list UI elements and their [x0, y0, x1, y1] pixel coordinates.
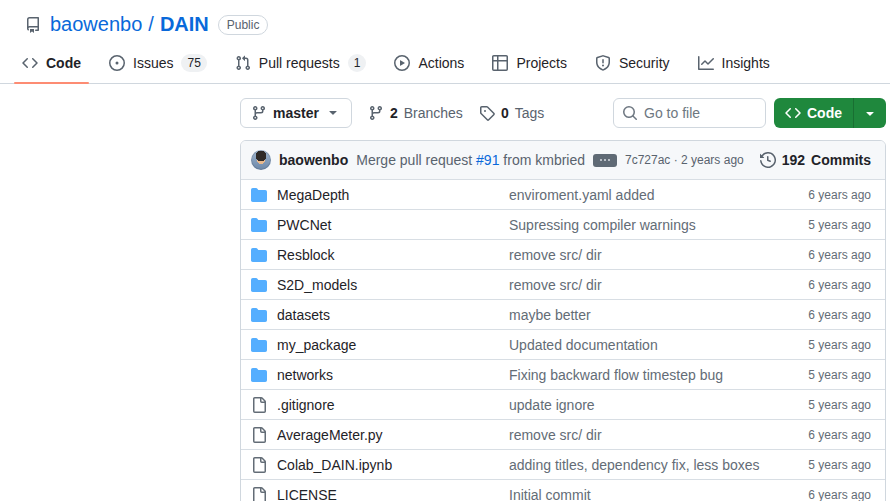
repo-title-separator: /	[148, 13, 154, 36]
file-name-cell: Colab_DAIN.ipynb	[251, 457, 509, 473]
branch-selector-button[interactable]: master	[240, 98, 352, 128]
tab-pull-requests[interactable]: Pull requests 1	[227, 46, 375, 83]
repo-owner-link[interactable]: baowenbo	[50, 13, 142, 36]
code-button-label: Code	[807, 105, 842, 121]
repo-main-content: master 2 Branches 0 Tags C	[240, 98, 886, 501]
commits-label: Commits	[811, 152, 871, 168]
commit-author-link[interactable]: baowenbo	[279, 152, 348, 168]
file-name-cell: MegaDepth	[251, 187, 509, 203]
table-row[interactable]: Colab_DAIN.ipynb adding titles, dependen…	[241, 449, 885, 479]
table-row[interactable]: networks Fixing backward flow timestep b…	[241, 359, 885, 389]
tab-projects[interactable]: Projects	[484, 46, 575, 83]
tab-label: Security	[619, 55, 670, 71]
commit-time-cell: 5 years ago	[761, 368, 871, 382]
folder-icon	[251, 307, 267, 323]
commit-message-cell[interactable]: update ignore	[509, 397, 761, 413]
code-button-main[interactable]: Code	[774, 98, 853, 128]
tab-insights[interactable]: Insights	[690, 46, 778, 83]
tag-icon	[479, 105, 495, 121]
file-name-link[interactable]: Colab_DAIN.ipynb	[277, 457, 392, 473]
tab-label: Issues	[133, 55, 173, 71]
search-icon	[622, 105, 638, 121]
tab-actions[interactable]: Actions	[386, 46, 472, 83]
table-row[interactable]: AverageMeter.py remove src/ dir 6 years …	[241, 419, 885, 449]
avatar[interactable]	[251, 150, 271, 170]
commit-time-cell: 5 years ago	[761, 218, 871, 232]
file-name-link[interactable]: .gitignore	[277, 397, 335, 413]
file-name-link[interactable]: datasets	[277, 307, 330, 323]
file-name-link[interactable]: Resblock	[277, 247, 335, 263]
commit-time-cell: 6 years ago	[761, 428, 871, 442]
table-row[interactable]: Resblock remove src/ dir 6 years ago	[241, 239, 885, 269]
commit-message-cell[interactable]: enviroment.yaml added	[509, 187, 761, 203]
file-name-link[interactable]: AverageMeter.py	[277, 427, 383, 443]
file-name-cell: my_package	[251, 337, 509, 353]
table-row[interactable]: PWCNet Supressing compiler warnings 5 ye…	[241, 209, 885, 239]
go-to-file-input[interactable]	[644, 105, 757, 121]
file-name-link[interactable]: S2D_models	[277, 277, 357, 293]
tab-security[interactable]: Security	[587, 46, 678, 83]
commit-message-cell[interactable]: maybe better	[509, 307, 761, 323]
table-row[interactable]: MegaDepth enviroment.yaml added 6 years …	[241, 179, 885, 209]
file-icon	[251, 397, 267, 413]
commit-time-cell: 5 years ago	[761, 398, 871, 412]
commit-message-cell[interactable]: Fixing backward flow timestep bug	[509, 367, 761, 383]
commit-message-cell[interactable]: Updated documentation	[509, 337, 761, 353]
commit-time-cell: 6 years ago	[761, 488, 871, 501]
file-name-link[interactable]: PWCNet	[277, 217, 331, 233]
visibility-badge: Public	[218, 15, 269, 35]
table-row[interactable]: my_package Updated documentation 5 years…	[241, 329, 885, 359]
commit-message[interactable]: Merge pull request #91 from kmbriedis/ma…	[356, 152, 585, 168]
table-row[interactable]: datasets maybe better 6 years ago	[241, 299, 885, 329]
tab-code[interactable]: Code	[14, 46, 89, 83]
file-name-cell: networks	[251, 367, 509, 383]
go-to-file-search[interactable]	[613, 98, 766, 128]
folder-icon	[251, 247, 267, 263]
repo-header: baowenbo / DAIN Public	[0, 0, 890, 36]
code-button-caret[interactable]	[853, 98, 886, 128]
repo-name-link[interactable]: DAIN	[160, 13, 209, 36]
commit-message-cell[interactable]: Initial commit	[509, 487, 761, 501]
folder-icon	[251, 277, 267, 293]
tab-label: Insights	[722, 55, 770, 71]
commit-message-cell[interactable]: remove src/ dir	[509, 427, 761, 443]
commit-time-cell: 6 years ago	[761, 188, 871, 202]
repo-tab-nav: Code Issues 75 Pull requests 1 Actions P…	[0, 46, 890, 84]
file-name-cell: Resblock	[251, 247, 509, 263]
commit-meta: 7c727ac · 2 years ago 192 Commits	[625, 152, 871, 168]
folder-icon	[251, 217, 267, 233]
commit-message-cell[interactable]: Supressing compiler warnings	[509, 217, 761, 233]
toolbar-right: Code	[613, 98, 886, 128]
file-icon	[251, 457, 267, 473]
tab-issues[interactable]: Issues 75	[101, 46, 215, 83]
commit-history-link[interactable]: 192 Commits	[760, 152, 871, 168]
kebab-horizontal-icon[interactable]	[593, 154, 617, 167]
table-row[interactable]: LICENSE Initial commit 6 years ago	[241, 479, 885, 501]
issues-counter: 75	[181, 54, 206, 72]
file-icon	[251, 427, 267, 443]
code-dropdown-button[interactable]: Code	[774, 98, 886, 128]
file-name-link[interactable]: MegaDepth	[277, 187, 349, 203]
commits-count: 192	[782, 152, 805, 168]
tags-label: Tags	[515, 105, 545, 121]
triangle-down-icon	[325, 104, 341, 123]
commit-message-cell[interactable]: remove src/ dir	[509, 277, 761, 293]
table-row[interactable]: .gitignore update ignore 5 years ago	[241, 389, 885, 419]
branches-link[interactable]: 2 Branches	[368, 105, 463, 121]
commit-message-cell[interactable]: adding titles, dependency fix, less boxe…	[509, 457, 761, 473]
code-icon	[785, 105, 801, 121]
commit-time-cell: 6 years ago	[761, 278, 871, 292]
code-icon	[22, 55, 38, 71]
commit-message-cell[interactable]: remove src/ dir	[509, 247, 761, 263]
file-name-cell: LICENSE	[251, 487, 509, 501]
folder-icon	[251, 367, 267, 383]
tags-link[interactable]: 0 Tags	[479, 105, 544, 121]
pr-number-link[interactable]: #91	[476, 152, 499, 168]
code-toolbar: master 2 Branches 0 Tags C	[240, 98, 886, 128]
file-name-link[interactable]: my_package	[277, 337, 356, 353]
file-name-link[interactable]: LICENSE	[277, 487, 337, 501]
file-name-link[interactable]: networks	[277, 367, 333, 383]
commit-sha-time[interactable]: 7c727ac · 2 years ago	[625, 153, 744, 167]
file-name-cell: datasets	[251, 307, 509, 323]
table-row[interactable]: S2D_models remove src/ dir 6 years ago	[241, 269, 885, 299]
